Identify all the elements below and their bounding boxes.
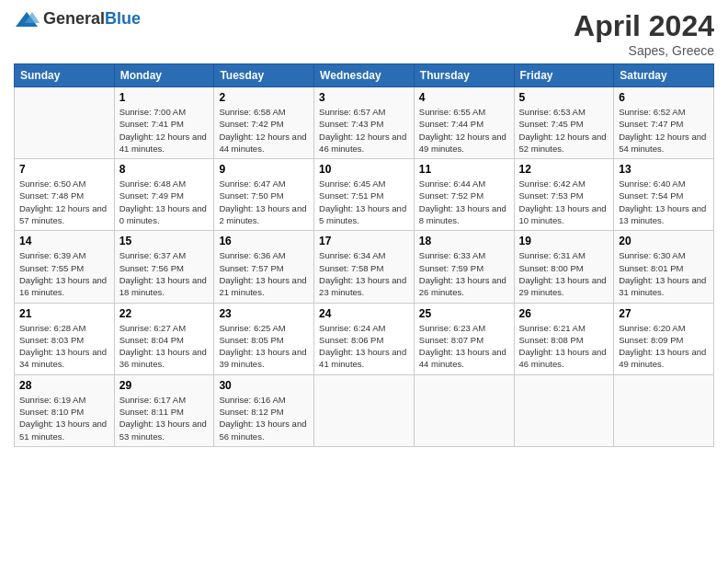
weekday-header-sunday: Sunday: [15, 64, 115, 87]
calendar-cell: 25Sunrise: 6:23 AMSunset: 8:07 PMDayligh…: [414, 303, 514, 374]
calendar-cell: 7Sunrise: 6:50 AMSunset: 7:48 PMDaylight…: [15, 159, 115, 231]
day-info: Sunrise: 6:45 AMSunset: 7:51 PMDaylight:…: [319, 178, 409, 226]
day-info: Sunrise: 6:52 AMSunset: 7:47 PMDaylight:…: [619, 106, 709, 155]
day-number: 28: [19, 379, 109, 392]
day-info: Sunrise: 6:24 AMSunset: 8:06 PMDaylight:…: [319, 322, 409, 371]
day-number: 25: [419, 307, 509, 320]
day-info: Sunrise: 6:25 AMSunset: 8:05 PMDaylight:…: [219, 322, 309, 371]
day-number: 5: [519, 91, 609, 104]
weekday-header-thursday: Thursday: [414, 64, 514, 87]
main-container: GeneralBlue April 2024 Sapes, Greece Sun…: [0, 0, 728, 456]
calendar-table: SundayMondayTuesdayWednesdayThursdayFrid…: [14, 63, 714, 447]
day-number: 24: [319, 307, 409, 320]
calendar-cell: 27Sunrise: 6:20 AMSunset: 8:09 PMDayligh…: [614, 303, 714, 374]
day-info: Sunrise: 6:33 AMSunset: 7:59 PMDaylight:…: [419, 249, 509, 298]
calendar-cell: [15, 87, 115, 159]
day-number: 30: [219, 379, 309, 392]
day-number: 2: [219, 91, 309, 104]
day-number: 12: [519, 163, 609, 176]
weekday-header-tuesday: Tuesday: [214, 64, 314, 87]
calendar-week-3: 14Sunrise: 6:39 AMSunset: 7:55 PMDayligh…: [15, 231, 714, 303]
calendar-cell: 14Sunrise: 6:39 AMSunset: 7:55 PMDayligh…: [15, 231, 115, 303]
day-info: Sunrise: 6:16 AMSunset: 8:12 PMDaylight:…: [219, 394, 309, 442]
calendar-cell: 16Sunrise: 6:36 AMSunset: 7:57 PMDayligh…: [214, 231, 314, 303]
calendar-cell: 18Sunrise: 6:33 AMSunset: 7:59 PMDayligh…: [414, 231, 514, 303]
calendar-cell: 3Sunrise: 6:57 AMSunset: 7:43 PMDaylight…: [314, 87, 415, 159]
day-info: Sunrise: 6:37 AMSunset: 7:56 PMDaylight:…: [119, 249, 210, 298]
day-info: Sunrise: 6:48 AMSunset: 7:49 PMDaylight:…: [119, 178, 210, 226]
calendar-cell: 29Sunrise: 6:17 AMSunset: 8:11 PMDayligh…: [114, 374, 214, 446]
calendar-week-4: 21Sunrise: 6:28 AMSunset: 8:03 PMDayligh…: [15, 303, 714, 374]
day-info: Sunrise: 6:21 AMSunset: 8:08 PMDaylight:…: [519, 322, 609, 371]
calendar-cell: 10Sunrise: 6:45 AMSunset: 7:51 PMDayligh…: [314, 159, 415, 231]
calendar-week-1: 1Sunrise: 7:00 AMSunset: 7:41 PMDaylight…: [15, 87, 714, 159]
calendar-week-5: 28Sunrise: 6:19 AMSunset: 8:10 PMDayligh…: [15, 374, 714, 446]
day-number: 29: [119, 379, 210, 392]
day-number: 27: [619, 307, 709, 320]
day-number: 23: [219, 307, 309, 320]
day-number: 7: [19, 163, 109, 176]
day-number: 8: [119, 163, 210, 176]
day-number: 4: [419, 91, 509, 104]
calendar-cell: 19Sunrise: 6:31 AMSunset: 8:00 PMDayligh…: [514, 231, 614, 303]
calendar-week-2: 7Sunrise: 6:50 AMSunset: 7:48 PMDaylight…: [15, 159, 714, 231]
day-info: Sunrise: 6:27 AMSunset: 8:04 PMDaylight:…: [119, 322, 210, 371]
day-number: 21: [19, 307, 109, 320]
calendar-cell: 12Sunrise: 6:42 AMSunset: 7:53 PMDayligh…: [514, 159, 614, 231]
day-info: Sunrise: 6:53 AMSunset: 7:45 PMDaylight:…: [519, 106, 609, 155]
logo-icon: [14, 10, 40, 29]
day-number: 14: [19, 235, 109, 247]
day-info: Sunrise: 6:39 AMSunset: 7:55 PMDaylight:…: [19, 249, 109, 298]
calendar-cell: 4Sunrise: 6:55 AMSunset: 7:44 PMDaylight…: [414, 87, 514, 159]
title-area: April 2024 Sapes, Greece: [574, 9, 714, 58]
calendar-cell: 6Sunrise: 6:52 AMSunset: 7:47 PMDaylight…: [614, 87, 714, 159]
day-info: Sunrise: 6:28 AMSunset: 8:03 PMDaylight:…: [19, 322, 109, 371]
day-info: Sunrise: 6:17 AMSunset: 8:11 PMDaylight:…: [119, 394, 210, 442]
logo-text: GeneralBlue: [43, 9, 141, 29]
calendar-header: SundayMondayTuesdayWednesdayThursdayFrid…: [15, 64, 714, 87]
day-info: Sunrise: 6:44 AMSunset: 7:52 PMDaylight:…: [419, 178, 509, 226]
calendar-cell: 11Sunrise: 6:44 AMSunset: 7:52 PMDayligh…: [414, 159, 514, 231]
day-number: 1: [119, 91, 210, 104]
calendar-cell: 1Sunrise: 7:00 AMSunset: 7:41 PMDaylight…: [114, 87, 214, 159]
day-info: Sunrise: 6:20 AMSunset: 8:09 PMDaylight:…: [619, 322, 709, 371]
calendar-cell: 30Sunrise: 6:16 AMSunset: 8:12 PMDayligh…: [214, 374, 314, 446]
weekday-header-monday: Monday: [114, 64, 214, 87]
day-info: Sunrise: 6:55 AMSunset: 7:44 PMDaylight:…: [419, 106, 509, 155]
day-number: 11: [419, 163, 509, 176]
day-number: 16: [219, 235, 309, 247]
weekday-header-friday: Friday: [514, 64, 614, 87]
day-info: Sunrise: 6:34 AMSunset: 7:58 PMDaylight:…: [319, 249, 409, 298]
calendar-cell: [614, 374, 714, 446]
day-info: Sunrise: 6:42 AMSunset: 7:53 PMDaylight:…: [519, 178, 609, 226]
day-info: Sunrise: 7:00 AMSunset: 7:41 PMDaylight:…: [119, 106, 210, 155]
day-number: 19: [519, 235, 609, 247]
day-number: 15: [119, 235, 210, 247]
calendar-cell: 15Sunrise: 6:37 AMSunset: 7:56 PMDayligh…: [114, 231, 214, 303]
calendar-cell: 20Sunrise: 6:30 AMSunset: 8:01 PMDayligh…: [614, 231, 714, 303]
calendar-cell: 24Sunrise: 6:24 AMSunset: 8:06 PMDayligh…: [314, 303, 415, 374]
day-info: Sunrise: 6:23 AMSunset: 8:07 PMDaylight:…: [419, 322, 509, 371]
calendar-cell: 23Sunrise: 6:25 AMSunset: 8:05 PMDayligh…: [214, 303, 314, 374]
day-number: 26: [519, 307, 609, 320]
day-number: 3: [319, 91, 409, 104]
calendar-cell: 17Sunrise: 6:34 AMSunset: 7:58 PMDayligh…: [314, 231, 415, 303]
day-number: 18: [419, 235, 509, 247]
day-info: Sunrise: 6:47 AMSunset: 7:50 PMDaylight:…: [219, 178, 309, 226]
day-number: 17: [319, 235, 409, 247]
calendar-cell: 13Sunrise: 6:40 AMSunset: 7:54 PMDayligh…: [614, 159, 714, 231]
calendar-body: 1Sunrise: 7:00 AMSunset: 7:41 PMDaylight…: [15, 87, 714, 447]
header-row: SundayMondayTuesdayWednesdayThursdayFrid…: [15, 64, 714, 87]
calendar-cell: 22Sunrise: 6:27 AMSunset: 8:04 PMDayligh…: [114, 303, 214, 374]
weekday-header-saturday: Saturday: [614, 64, 714, 87]
calendar-cell: [314, 374, 415, 446]
calendar-cell: [514, 374, 614, 446]
location: Sapes, Greece: [574, 43, 714, 58]
day-info: Sunrise: 6:40 AMSunset: 7:54 PMDaylight:…: [619, 178, 709, 226]
calendar-cell: 9Sunrise: 6:47 AMSunset: 7:50 PMDaylight…: [214, 159, 314, 231]
logo: GeneralBlue: [14, 9, 141, 29]
logo-general: General: [43, 9, 105, 28]
header: GeneralBlue April 2024 Sapes, Greece: [14, 9, 714, 58]
logo-blue: Blue: [105, 9, 141, 28]
day-info: Sunrise: 6:57 AMSunset: 7:43 PMDaylight:…: [319, 106, 409, 155]
